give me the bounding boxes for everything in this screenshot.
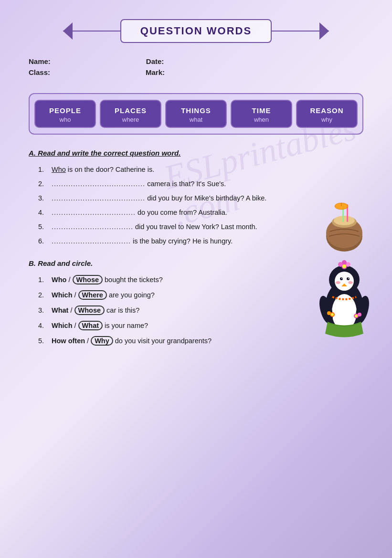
svg-point-32 <box>327 311 331 315</box>
svg-point-20 <box>348 281 353 284</box>
section-a-item-5: 5. .................................. di… <box>38 223 363 231</box>
section-a-item-1: 1. Who is on the door? Catherine is. <box>38 166 363 173</box>
section-b-list: 1. Who / Whose bought the tickets? 2. Wh… <box>38 276 363 345</box>
b-item-1-circle: Whose <box>73 275 103 284</box>
section-b-item-5: 5. How often / Why do you visit your gra… <box>38 337 363 345</box>
b-item-2-bold2: Where <box>82 291 103 299</box>
item-6-num: 6. <box>38 237 48 245</box>
b-item-5-num: 5. <box>38 337 48 345</box>
b-item-4-bold1: Which <box>52 322 73 329</box>
section-a-item-4: 4. ................................... d… <box>38 209 363 216</box>
b-item-4-circle: What <box>78 321 103 330</box>
item-1-underline: Who <box>52 166 66 173</box>
b-item-2-text: Which / Where are you going? <box>52 291 155 299</box>
category-people: PEOPLE who <box>34 100 96 128</box>
section-a-item-3: 3. .....................................… <box>38 194 363 202</box>
svg-point-29 <box>342 260 347 265</box>
svg-point-15 <box>340 277 343 280</box>
b-item-4-text: Which / What is your name? <box>52 322 148 329</box>
item-6-text: ................................. is the… <box>52 237 233 245</box>
b-item-1-bold1: Who <box>52 276 66 284</box>
category-time-sub: when <box>235 116 287 123</box>
item-1-text: Who is on the door? Catherine is. <box>52 166 154 173</box>
item-3-num: 3. <box>38 194 48 202</box>
b-item-1-bold2: Whose <box>76 276 99 284</box>
category-places-main: PLACES <box>105 106 157 115</box>
section-b-item-3: 3. What / Whose car is this? <box>38 306 363 314</box>
item-2-dots: ....................................... <box>52 180 145 188</box>
b-item-1-num: 1. <box>38 276 48 284</box>
section-a-item-6: 6. ................................. is … <box>38 237 363 245</box>
item-6-dots: ................................. <box>52 237 131 245</box>
section-b-title: B. Read and circle. <box>29 259 363 267</box>
svg-point-17 <box>341 278 342 279</box>
category-time: TIME when <box>231 100 292 128</box>
category-things: THINGS what <box>165 100 227 128</box>
category-reason: REASON why <box>296 100 358 128</box>
item-4-text: ................................... do y… <box>52 209 227 216</box>
categories-container: PEOPLE who PLACES where THINGS what TIME… <box>29 93 363 135</box>
class-label: Class: <box>29 68 50 76</box>
category-reason-sub: why <box>301 116 353 123</box>
b-item-3-num: 3. <box>38 306 48 314</box>
b-item-5-bold2: Why <box>95 337 109 345</box>
b-item-2-bold1: Which <box>52 291 73 299</box>
section-b-item-1: 1. Who / Whose bought the tickets? <box>38 276 363 284</box>
name-label: Name: <box>29 57 51 65</box>
item-1-num: 1. <box>38 166 48 173</box>
b-item-5-circle: Why <box>91 336 113 346</box>
b-item-2-num: 2. <box>38 291 48 299</box>
section-b-item-2: 2. Which / Where are you going? <box>38 291 363 299</box>
item-2-num: 2. <box>38 180 48 188</box>
category-reason-main: REASON <box>301 106 353 115</box>
svg-point-3 <box>334 216 355 225</box>
b-item-5-bold1: How often <box>52 337 85 345</box>
b-item-4-bold2: What <box>82 322 99 329</box>
banner-right-decoration <box>272 21 329 41</box>
b-item-3-bold1: What <box>52 306 68 314</box>
category-people-main: PEOPLE <box>39 106 91 115</box>
item-5-dots: .................................. <box>52 223 133 231</box>
category-places-sub: where <box>105 116 157 123</box>
svg-point-16 <box>347 277 350 280</box>
penguin-illustration <box>316 245 373 343</box>
category-time-main: TIME <box>235 106 287 115</box>
svg-point-36 <box>355 315 358 317</box>
mark-label: Mark: <box>146 68 165 76</box>
item-5-text: .................................. did y… <box>52 223 257 231</box>
page-title: QUESTION WORDS <box>120 19 272 43</box>
b-item-3-circle: Whose <box>74 305 105 315</box>
category-things-sub: what <box>170 116 222 123</box>
info-row-1: Name: Date: <box>29 57 363 65</box>
svg-point-33 <box>331 313 334 316</box>
section-a-title: A. Read and write the correct question w… <box>29 149 363 157</box>
category-people-sub: who <box>39 116 91 123</box>
b-item-4-num: 4. <box>38 322 48 329</box>
section-b-item-4: 4. Which / What is your name? <box>38 322 363 329</box>
item-3-text: ....................................... … <box>52 194 266 202</box>
b-item-5-text: How often / Why do you visit your grandp… <box>52 337 212 345</box>
info-row-2: Class: Mark: <box>29 68 363 76</box>
category-things-main: THINGS <box>170 106 222 115</box>
section-a-item-2: 2. .....................................… <box>38 180 363 188</box>
item-4-num: 4. <box>38 209 48 216</box>
item-3-dots: ....................................... <box>52 194 145 202</box>
svg-point-18 <box>348 278 349 279</box>
b-item-1-text: Who / Whose bought the tickets? <box>52 276 163 284</box>
b-item-3-bold2: Whose <box>78 306 101 314</box>
section-a-list: 1. Who is on the door? Catherine is. 2. … <box>38 166 363 245</box>
b-item-3-text: What / Whose car is this? <box>52 306 139 314</box>
category-places: PLACES where <box>100 100 161 128</box>
svg-point-30 <box>342 264 346 268</box>
item-2-text: ....................................... … <box>52 180 226 188</box>
date-label: Date: <box>146 57 164 65</box>
item-5-num: 5. <box>38 223 48 231</box>
item-4-dots: ................................... <box>52 209 136 216</box>
svg-point-12 <box>335 272 354 291</box>
banner-left-decoration <box>63 21 120 41</box>
title-banner: QUESTION WORDS <box>29 19 363 43</box>
b-item-2-circle: Where <box>78 290 107 300</box>
svg-point-35 <box>358 313 361 316</box>
svg-point-19 <box>336 281 340 284</box>
